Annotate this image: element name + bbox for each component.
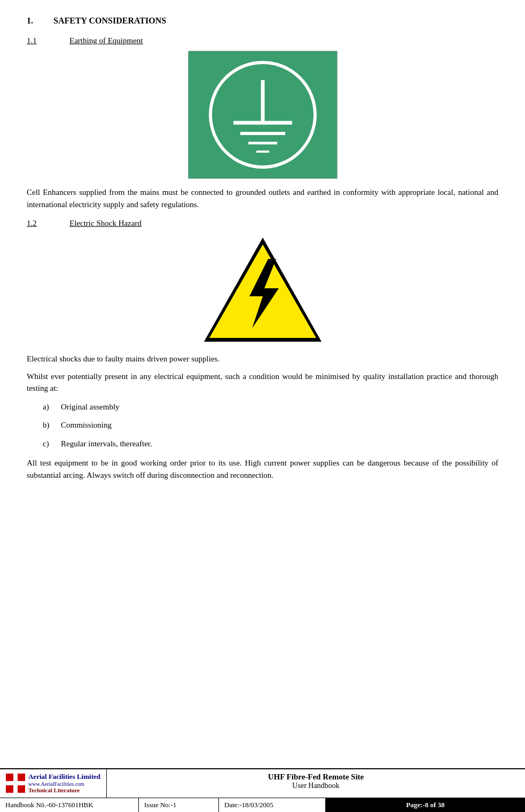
earthing-symbol-image — [188, 51, 338, 179]
subsection-1-2-title: Electric Shock Hazard — [69, 219, 142, 228]
svg-rect-15 — [18, 774, 25, 781]
earthing-svg — [199, 59, 327, 171]
list-item-a: a) Original assembly — [43, 401, 498, 413]
svg-rect-16 — [6, 785, 13, 793]
subsection-1-2-para2: All test equipment to be in good working… — [27, 457, 498, 481]
svg-rect-13 — [6, 781, 25, 785]
logo-text-block: Aerial Facilities Limited www.AerialFaci… — [28, 772, 100, 793]
subsection-1-1-title: Earthing of Equipment — [69, 36, 143, 45]
list-text-b: Commissioning — [61, 419, 112, 431]
subsection-1-2-line2: Whilst ever potentially present in any e… — [27, 370, 498, 395]
subsection-1-2-number: 1.2 — [27, 219, 48, 228]
list-label-a: a) — [43, 401, 53, 413]
company-logo-icon — [6, 774, 25, 793]
tech-literature: Technical Literature — [28, 787, 100, 793]
section-number: 1. — [27, 16, 43, 26]
subsection-1-2-line1: Electrical shocks due to faulty mains dr… — [27, 353, 498, 365]
earthing-image-container — [27, 51, 498, 179]
list-label-b: b) — [43, 419, 53, 431]
svg-rect-17 — [18, 785, 25, 793]
product-title: UHF Fibre-Fed Remote Site — [112, 772, 520, 782]
hazard-image-container — [27, 233, 498, 345]
list-item-b: b) Commissioning — [43, 419, 498, 431]
footer-page: Page:-8 of 38 — [326, 798, 525, 812]
list-text-a: Original assembly — [61, 401, 120, 413]
subsection-1-1-header: 1.1 Earthing of Equipment — [27, 36, 498, 45]
section-title: 1. SAFETY CONSIDERATIONS — [27, 16, 498, 26]
subsection-1-1: 1.1 Earthing of Equipment — [27, 36, 498, 210]
section-heading: SAFETY CONSIDERATIONS — [53, 16, 166, 26]
footer-title-cell: UHF Fibre-Fed Remote Site User Handbook — [107, 769, 525, 798]
svg-rect-14 — [6, 774, 13, 781]
footer: Aerial Facilities Limited www.AerialFaci… — [0, 768, 525, 812]
subsection-1-2: 1.2 Electric Shock Hazard Electrical sho… — [27, 219, 498, 481]
footer-logo-cell: Aerial Facilities Limited www.AerialFaci… — [0, 769, 107, 798]
subsection-1-2-header: 1.2 Electric Shock Hazard — [27, 219, 498, 228]
footer-date: Date:-18/03/2005 — [219, 798, 326, 812]
list-item-c: c) Regular intervals, thereafter. — [43, 438, 498, 450]
subsection-1-1-body: Cell Enhancers supplied from the mains m… — [27, 186, 498, 210]
hazard-svg — [201, 235, 324, 344]
list-label-c: c) — [43, 438, 53, 450]
product-sub: User Handbook — [112, 782, 520, 790]
footer-row2: Handbook Nō.-60-137601HBK Issue No:-1 Da… — [0, 798, 525, 812]
footer-logo-top: Aerial Facilities Limited www.AerialFaci… — [6, 772, 100, 793]
footer-row1: Aerial Facilities Limited www.AerialFaci… — [0, 769, 525, 798]
list-text-c: Regular intervals, thereafter. — [61, 438, 152, 450]
company-website: www.AerialFacilities.com — [28, 781, 100, 787]
footer-handbook: Handbook Nō.-60-137601HBK — [0, 798, 139, 812]
hazard-symbol-image — [199, 233, 327, 345]
company-name: Aerial Facilities Limited — [28, 772, 100, 781]
footer-issue: Issue No:-1 — [139, 798, 219, 812]
page-content: 1. SAFETY CONSIDERATIONS 1.1 Earthing of… — [0, 0, 525, 481]
subsection-1-1-number: 1.1 — [27, 36, 48, 45]
